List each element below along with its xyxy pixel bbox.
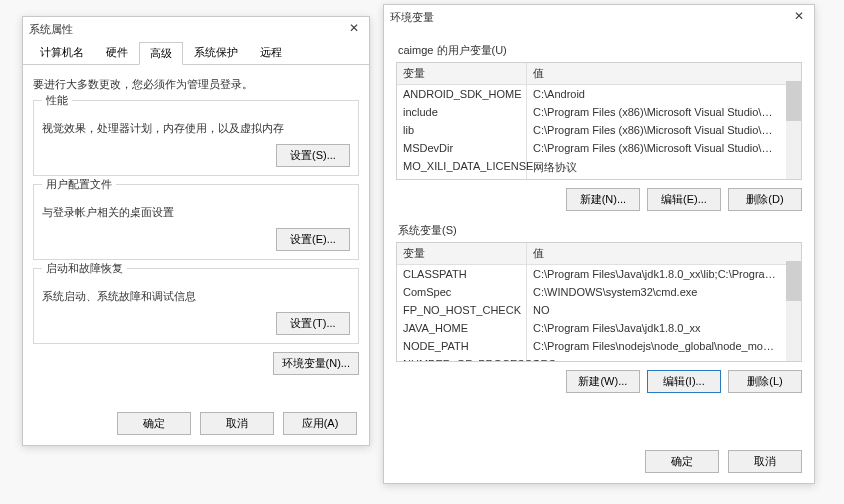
right-bottom-buttons: 确定 取消	[639, 450, 802, 473]
tabs: 计算机名 硬件 高级 系统保护 远程	[23, 41, 369, 65]
env-vars-button[interactable]: 环境变量(N)...	[273, 352, 359, 375]
table-row[interactable]: ComSpecC:\WINDOWS\system32\cmd.exe	[397, 283, 785, 301]
perf-group: 性能 视觉效果，处理器计划，内存使用，以及虚拟内存 设置(S)...	[33, 100, 359, 176]
ok-button[interactable]: 确定	[645, 450, 719, 473]
table-header: 变量 值	[397, 63, 801, 85]
table-row[interactable]: CLASSPATHC:\Program Files\Java\jdk1.8.0_…	[397, 265, 785, 283]
user-edit-button[interactable]: 编辑(E)...	[647, 188, 721, 211]
var-value: C:\Program Files (x86)\Microsoft Visual …	[527, 139, 785, 157]
close-icon[interactable]: ✕	[790, 9, 808, 25]
col-name-header: 变量	[397, 243, 527, 264]
var-name: FP_NO_HOST_CHECK	[397, 301, 527, 319]
system-properties-dialog: 系统属性 ✕ 计算机名 硬件 高级 系统保护 远程 要进行大多数更改，您必须作为…	[22, 16, 370, 446]
sys-delete-button[interactable]: 删除(L)	[728, 370, 802, 393]
var-name: ANDROID_SDK_HOME	[397, 85, 527, 103]
close-icon[interactable]: ✕	[345, 21, 363, 37]
sys-edit-button[interactable]: 编辑(I)...	[647, 370, 721, 393]
var-name: MSDevDir	[397, 139, 527, 157]
var-value: C:\Program Files\nodejs\node_global\node…	[527, 337, 785, 355]
scrollbar[interactable]	[786, 261, 801, 361]
scrollbar-thumb[interactable]	[786, 261, 801, 301]
perf-settings-button[interactable]: 设置(S)...	[276, 144, 350, 167]
var-name: lib	[397, 121, 527, 139]
profile-settings-button[interactable]: 设置(E)...	[276, 228, 350, 251]
titlebar: 环境变量 ✕	[384, 5, 814, 29]
tab-advanced[interactable]: 高级	[139, 42, 183, 65]
advanced-panel: 要进行大多数更改，您必须作为管理员登录。 性能 视觉效果，处理器计划，内存使用，…	[23, 65, 369, 381]
apply-button[interactable]: 应用(A)	[283, 412, 357, 435]
var-name: ComSpec	[397, 283, 527, 301]
cancel-button[interactable]: 取消	[200, 412, 274, 435]
var-name: CLASSPATH	[397, 265, 527, 283]
cancel-button[interactable]: 取消	[728, 450, 802, 473]
var-name: JAVA_HOME	[397, 319, 527, 337]
var-value: C:\Android	[527, 85, 785, 103]
table-row[interactable]: JAVA_HOMEC:\Program Files\Java\jdk1.8.0_…	[397, 319, 785, 337]
tab-remote[interactable]: 远程	[249, 41, 293, 64]
left-bottom-buttons: 确定 取消 应用(A)	[111, 412, 357, 435]
profile-group-title: 用户配置文件	[42, 177, 116, 192]
user-new-button[interactable]: 新建(N)...	[566, 188, 640, 211]
user-delete-button[interactable]: 删除(D)	[728, 188, 802, 211]
scrollbar[interactable]	[786, 81, 801, 179]
titlebar: 系统属性 ✕	[23, 17, 369, 41]
tab-computername[interactable]: 计算机名	[29, 41, 95, 64]
profile-group-text: 与登录帐户相关的桌面设置	[42, 205, 350, 220]
table-row[interactable]: ANDROID_SDK_HOMEC:\Android	[397, 85, 785, 103]
table-row[interactable]: NODE_PATHC:\Program Files\nodejs\node_gl…	[397, 337, 785, 355]
var-value: C:\Program Files (x86)\Microsoft Visual …	[527, 103, 785, 121]
user-vars-label: caimge 的用户变量(U)	[398, 43, 802, 58]
table-row[interactable]: NUMBER_OF_PROCESSORS4	[397, 355, 785, 362]
perf-group-text: 视觉效果，处理器计划，内存使用，以及虚拟内存	[42, 121, 350, 136]
table-row[interactable]: MO_XILI_DATA_LICENSE网络协议	[397, 157, 785, 178]
ok-button[interactable]: 确定	[117, 412, 191, 435]
table-row[interactable]: FP_NO_HOST_CHECKNO	[397, 301, 785, 319]
perf-group-title: 性能	[42, 93, 72, 108]
table-row[interactable]: libC:\Program Files (x86)\Microsoft Visu…	[397, 121, 785, 139]
startup-group: 启动和故障恢复 系统启动、系统故障和调试信息 设置(T)...	[33, 268, 359, 344]
col-name-header: 变量	[397, 63, 527, 84]
dialog-title: 系统属性	[29, 22, 345, 37]
var-name: NODE_PATH	[397, 337, 527, 355]
var-value: NO	[527, 301, 785, 319]
col-value-header: 值	[527, 243, 785, 264]
var-value: C:\Users\caimge\OneDrive	[527, 178, 785, 180]
var-name: OneDrive	[397, 178, 527, 180]
sys-new-button[interactable]: 新建(W)...	[566, 370, 640, 393]
var-value: C:\Program Files\Java\jdk1.8.0_xx	[527, 319, 785, 337]
env-vars-dialog: 环境变量 ✕ caimge 的用户变量(U) 变量 值 ANDROID_SDK_…	[383, 4, 815, 484]
table-row[interactable]: MSDevDirC:\Program Files (x86)\Microsoft…	[397, 139, 785, 157]
var-value: 4	[527, 355, 785, 362]
startup-settings-button[interactable]: 设置(T)...	[276, 312, 350, 335]
sys-vars-label: 系统变量(S)	[398, 223, 802, 238]
col-value-header: 值	[527, 63, 785, 84]
var-name: include	[397, 103, 527, 121]
var-value: C:\WINDOWS\system32\cmd.exe	[527, 283, 785, 301]
table-row[interactable]: includeC:\Program Files (x86)\Microsoft …	[397, 103, 785, 121]
tab-hardware[interactable]: 硬件	[95, 41, 139, 64]
var-value: C:\Program Files\Java\jdk1.8.0_xx\lib;C:…	[527, 265, 785, 283]
startup-group-title: 启动和故障恢复	[42, 261, 127, 276]
var-name: MO_XILI_DATA_LICENSE	[397, 157, 527, 178]
scrollbar-thumb[interactable]	[786, 81, 801, 121]
admin-desc: 要进行大多数更改，您必须作为管理员登录。	[33, 77, 359, 92]
var-name: NUMBER_OF_PROCESSORS	[397, 355, 527, 362]
table-header: 变量 值	[397, 243, 801, 265]
sys-vars-table[interactable]: 变量 值 CLASSPATHC:\Program Files\Java\jdk1…	[396, 242, 802, 362]
profile-group: 用户配置文件 与登录帐户相关的桌面设置 设置(E)...	[33, 184, 359, 260]
var-value: C:\Program Files (x86)\Microsoft Visual …	[527, 121, 785, 139]
startup-group-text: 系统启动、系统故障和调试信息	[42, 289, 350, 304]
table-row[interactable]: OneDriveC:\Users\caimge\OneDrive	[397, 178, 785, 180]
dialog-title: 环境变量	[390, 10, 790, 25]
var-value: 网络协议	[527, 157, 785, 178]
tab-systemprotection[interactable]: 系统保护	[183, 41, 249, 64]
user-vars-table[interactable]: 变量 值 ANDROID_SDK_HOMEC:\AndroidincludeC:…	[396, 62, 802, 180]
